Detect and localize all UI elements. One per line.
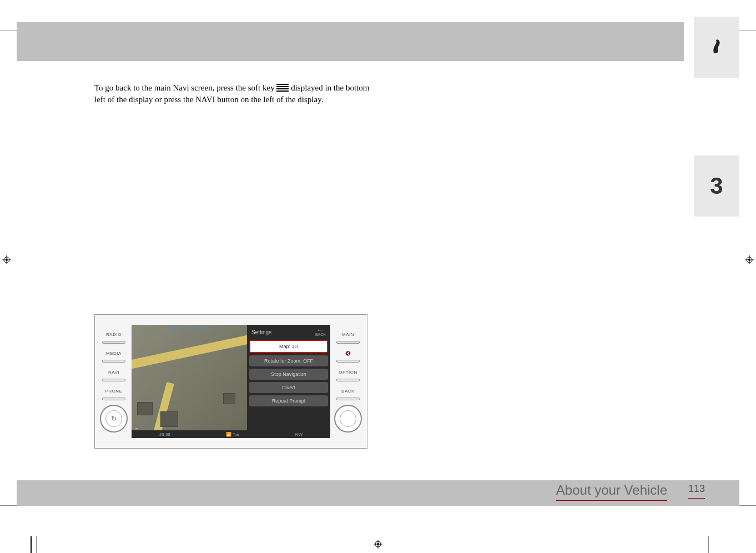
menu-item-stop-navigation: Stop Navigation bbox=[249, 369, 328, 380]
infotainment-figure: RADIO MEDIA NAVI PHONE ↻ Turt bbox=[94, 314, 367, 449]
crop-mark bbox=[31, 536, 32, 553]
knob-center bbox=[340, 410, 356, 427]
back-softkey: ⟵ BACK bbox=[315, 328, 326, 336]
chapter-tab: 3 bbox=[694, 155, 739, 217]
back-arrow-icon: ⟵ bbox=[317, 328, 323, 333]
signal-indicator: 📶 T.al bbox=[226, 432, 240, 437]
crop-mark bbox=[36, 536, 37, 553]
option-button: OPTION bbox=[334, 364, 362, 380]
crop-mark bbox=[739, 505, 756, 506]
crop-mark bbox=[0, 31, 17, 31]
menu-item-divert: Divert bbox=[249, 382, 328, 393]
media-button: MEDIA bbox=[99, 345, 128, 361]
status-bar: 23:38 📶 T.al NW bbox=[132, 430, 330, 438]
right-rotary-knob bbox=[334, 405, 362, 433]
crop-mark bbox=[0, 505, 17, 506]
back-button: BACK bbox=[334, 383, 362, 399]
radio-button: RADIO bbox=[99, 326, 128, 343]
phone-button: PHONE bbox=[99, 383, 128, 399]
page-number: 113 bbox=[688, 483, 705, 499]
registration-mark-icon bbox=[2, 255, 11, 264]
navi-button: NAVI bbox=[99, 364, 128, 380]
main-button: MAIN bbox=[334, 326, 362, 343]
header-band bbox=[17, 22, 684, 61]
chapter-number: 3 bbox=[710, 173, 723, 199]
settings-menu-panel: Settings ⟵ BACK Map: 3D Rotate for Zoom:… bbox=[247, 325, 330, 438]
menu-item-rotate-zoom: Rotate for Zoom: OFF bbox=[249, 355, 328, 366]
menu-softkey-icon bbox=[276, 84, 289, 92]
menu-title-row: Settings ⟵ BACK bbox=[249, 327, 328, 338]
map-building bbox=[160, 411, 178, 427]
ferrari-horse-icon bbox=[710, 38, 723, 57]
registration-mark-icon bbox=[374, 540, 382, 549]
clock: 23:38 bbox=[159, 432, 170, 437]
menu-title: Settings bbox=[251, 329, 271, 335]
menu-item-repeat-prompt: Repeat Prompt bbox=[249, 395, 328, 406]
infotainment-screen: Turtys Dolgorukome ≡ Via Ludovi Settings… bbox=[132, 325, 330, 438]
content-area: 3 To go back to the main Navi screen, pr… bbox=[17, 0, 739, 536]
map-view: Turtys Dolgorukome ≡ Via Ludovi bbox=[132, 325, 247, 438]
mute-icon: 🔇 bbox=[345, 351, 351, 356]
map-menu-softkey-icon: ≡ bbox=[135, 426, 140, 430]
power-icon: ↻ bbox=[105, 410, 122, 427]
map-road bbox=[132, 333, 247, 371]
left-hard-buttons: RADIO MEDIA NAVI PHONE ↻ bbox=[97, 321, 130, 441]
body-text-pre: To go back to the main Navi screen, pres… bbox=[94, 83, 276, 92]
page-container: 3 To go back to the main Navi screen, pr… bbox=[17, 0, 739, 536]
left-rotary-knob: ↻ bbox=[100, 405, 128, 433]
right-hard-buttons: MAIN 🔇 OPTION BACK bbox=[331, 321, 365, 441]
crop-mark bbox=[739, 31, 756, 31]
body-paragraph: To go back to the main Navi screen, pres… bbox=[94, 82, 372, 105]
crop-mark bbox=[708, 536, 709, 553]
section-title: About your Vehicle bbox=[556, 482, 667, 501]
map-building bbox=[223, 393, 235, 404]
compass-heading: NW bbox=[295, 432, 303, 437]
registration-mark-icon bbox=[745, 255, 754, 264]
mute-button: 🔇 bbox=[334, 345, 362, 361]
back-label: BACK bbox=[315, 333, 326, 336]
menu-item-map-mode: Map: 3D bbox=[249, 340, 328, 353]
brand-logo-box bbox=[694, 17, 739, 78]
map-street-label: Turtys Dolgorukome bbox=[169, 327, 209, 332]
map-building bbox=[137, 402, 153, 415]
